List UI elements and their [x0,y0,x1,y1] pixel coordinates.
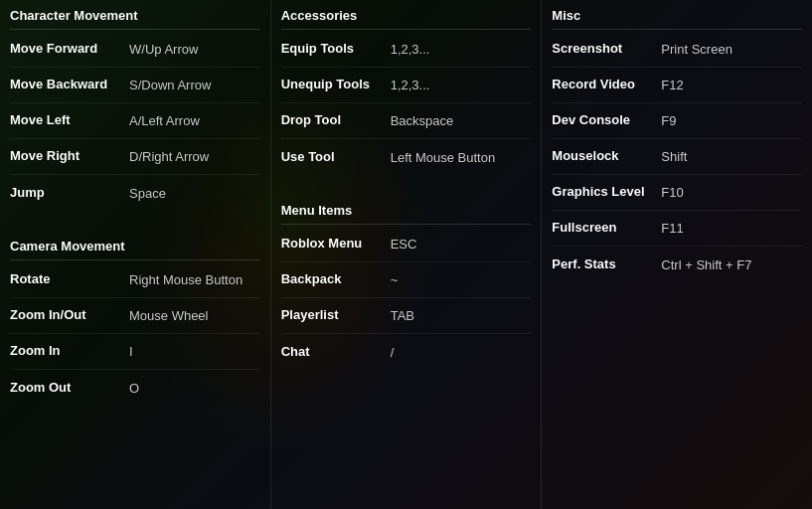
action-label: Jump [10,185,129,202]
section-gap [281,175,532,195]
table-row: Perf. Stats Ctrl + Shift + F7 [552,247,802,282]
action-key: F10 [661,185,802,200]
column-accessories: Accessories Equip Tools 1,2,3... Unequip… [271,0,543,509]
action-label: Move Backward [10,77,129,93]
action-label: Roblox Menu [281,236,391,253]
misc-rows: Screenshot Print Screen Record Video F12… [552,32,802,282]
table-row: Move Backward S/Down Arrow [10,68,260,103]
action-label: Graphics Level [552,184,661,201]
character-movement-header: Character Movement [10,8,260,30]
accessories-header: Accessories [281,8,532,30]
action-label: Playerlist [281,307,391,324]
action-key: 1,2,3... [391,42,532,57]
action-label: Unequip Tools [281,77,391,93]
action-label: Screenshot [552,41,661,58]
action-label: Drop Tool [281,112,391,129]
action-key: F11 [661,221,802,236]
menu-items-header: Menu Items [281,203,532,225]
table-row: Zoom Out O [10,370,260,406]
table-row: Screenshot Print Screen [552,32,802,68]
action-key: 1,2,3... [391,78,532,92]
action-label: Use Tool [281,149,391,166]
action-label: Dev Console [552,112,661,129]
action-key: / [391,345,532,360]
table-row: Move Left A/Left Arrow [10,103,260,139]
action-key: D/Right Arrow [129,149,260,164]
action-key: W/Up Arrow [129,42,260,57]
action-key: F9 [661,113,802,128]
action-key: O [129,381,260,396]
action-label: Zoom In/Out [10,307,129,324]
table-row: Rotate Right Mouse Button [10,262,260,298]
main-container: Character Movement Move Forward W/Up Arr… [0,0,812,509]
table-row: Graphics Level F10 [552,175,802,211]
action-label: Record Video [552,77,661,93]
action-key: A/Left Arrow [129,113,260,128]
action-label: Move Left [10,112,129,129]
table-row: Unequip Tools 1,2,3... [281,68,532,103]
table-row: Jump Space [10,175,260,211]
table-row: Move Forward W/Up Arrow [10,32,260,68]
table-row: Playerlist TAB [281,298,532,334]
table-row: Roblox Menu ESC [281,227,532,262]
action-label: Fullscreen [552,220,661,237]
action-label: Backpack [281,271,391,288]
action-key: Backspace [391,113,532,128]
table-row: Zoom In I [10,334,260,370]
action-label: Rotate [10,271,129,288]
action-key: Shift [661,149,802,164]
table-row: Zoom In/Out Mouse Wheel [10,298,260,334]
action-key: F12 [661,78,802,92]
action-key: S/Down Arrow [129,78,260,92]
table-row: Chat / [281,334,532,370]
table-row: Record Video F12 [552,68,802,103]
action-key: Mouse Wheel [129,308,260,323]
action-key: TAB [391,308,532,323]
action-label: Chat [281,344,391,361]
action-label: Mouselock [552,148,661,165]
action-label: Move Forward [10,41,129,58]
camera-movement-header: Camera Movement [10,239,260,260]
action-key: Right Mouse Button [129,272,260,287]
action-label: Move Right [10,148,129,165]
table-row: Mouselock Shift [552,139,802,175]
action-key: Print Screen [661,42,802,57]
action-key: Ctrl + Shift + F7 [661,257,802,272]
action-label: Equip Tools [281,41,391,58]
action-label: Perf. Stats [552,256,661,273]
column-movement: Character Movement Move Forward W/Up Arr… [0,0,271,509]
table-row: Drop Tool Backspace [281,103,532,139]
table-row: Dev Console F9 [552,103,802,139]
table-row: Move Right D/Right Arrow [10,139,260,175]
action-label: Zoom Out [10,380,129,397]
movement-rows: Move Forward W/Up Arrow Move Backward S/… [10,32,260,211]
menu-rows: Roblox Menu ESC Backpack ~ Playerlist TA… [281,227,532,370]
table-row: Equip Tools 1,2,3... [281,32,532,68]
camera-rows: Rotate Right Mouse Button Zoom In/Out Mo… [10,262,260,406]
table-row: Backpack ~ [281,262,532,298]
action-key: ESC [391,237,532,252]
table-row: Use Tool Left Mouse Button [281,139,532,175]
accessories-rows: Equip Tools 1,2,3... Unequip Tools 1,2,3… [281,32,532,175]
action-key: Left Mouse Button [391,150,532,165]
action-key: I [129,344,260,359]
action-label: Zoom In [10,343,129,360]
misc-header: Misc [552,8,802,30]
column-misc: Misc Screenshot Print Screen Record Vide… [542,0,812,509]
table-row: Fullscreen F11 [552,211,802,247]
action-key: Space [129,186,260,201]
section-gap [10,211,260,231]
action-key: ~ [391,272,532,287]
